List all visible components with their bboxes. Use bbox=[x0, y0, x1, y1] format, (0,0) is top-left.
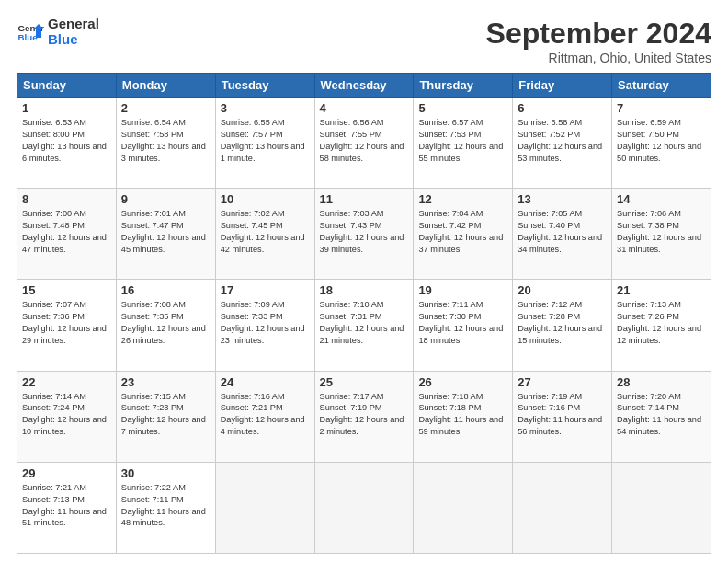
table-row: 23 Sunrise: 7:15 AM Sunset: 7:23 PM Dayl… bbox=[116, 371, 215, 462]
daylight-label: Daylight: 12 hours and 23 minutes. bbox=[221, 324, 305, 345]
day-info: Sunrise: 7:21 AM Sunset: 7:13 PM Dayligh… bbox=[22, 482, 111, 530]
day-info: Sunrise: 7:11 AM Sunset: 7:30 PM Dayligh… bbox=[418, 299, 507, 347]
day-info: Sunrise: 7:19 AM Sunset: 7:16 PM Dayligh… bbox=[518, 391, 607, 439]
daylight-label: Daylight: 11 hours and 59 minutes. bbox=[418, 415, 503, 436]
table-row: 24 Sunrise: 7:16 AM Sunset: 7:21 PM Dayl… bbox=[215, 371, 314, 462]
day-number: 7 bbox=[617, 101, 706, 115]
table-row: 8 Sunrise: 7:00 AM Sunset: 7:48 PM Dayli… bbox=[17, 189, 117, 280]
sunset-label: Sunset: 7:19 PM bbox=[320, 403, 382, 412]
sunset-label: Sunset: 7:23 PM bbox=[121, 403, 184, 412]
calendar-table: Sunday Monday Tuesday Wednesday Thursday… bbox=[17, 73, 711, 554]
logo-line1: General bbox=[48, 17, 99, 32]
table-row: 28 Sunrise: 7:20 AM Sunset: 7:14 PM Dayl… bbox=[612, 371, 711, 462]
daylight-label: Daylight: 12 hours and 21 minutes. bbox=[320, 324, 404, 345]
sunset-label: Sunset: 7:14 PM bbox=[617, 403, 679, 412]
table-row bbox=[612, 462, 711, 553]
svg-text:Blue: Blue bbox=[18, 32, 39, 42]
day-number: 14 bbox=[617, 192, 706, 206]
sunset-label: Sunset: 7:42 PM bbox=[418, 221, 481, 230]
sunset-label: Sunset: 7:52 PM bbox=[518, 130, 580, 139]
sunset-label: Sunset: 7:57 PM bbox=[221, 130, 283, 139]
calendar-header-row: Sunday Monday Tuesday Wednesday Thursday… bbox=[17, 74, 711, 98]
day-number: 5 bbox=[418, 101, 507, 115]
daylight-label: Daylight: 13 hours and 6 minutes. bbox=[22, 142, 107, 163]
sunrise-label: Sunrise: 6:54 AM bbox=[121, 118, 186, 127]
sunrise-label: Sunrise: 7:20 AM bbox=[617, 392, 681, 401]
day-info: Sunrise: 7:02 AM Sunset: 7:45 PM Dayligh… bbox=[221, 208, 310, 256]
table-row bbox=[513, 462, 612, 553]
header-wednesday: Wednesday bbox=[314, 74, 414, 98]
title-section: September 2024 Rittman, Ohio, United Sta… bbox=[486, 17, 711, 65]
daylight-label: Daylight: 12 hours and 39 minutes. bbox=[320, 233, 404, 254]
sunset-label: Sunset: 7:21 PM bbox=[221, 403, 283, 412]
sunrise-label: Sunrise: 6:59 AM bbox=[617, 118, 681, 127]
sunset-label: Sunset: 7:38 PM bbox=[617, 221, 679, 230]
sunrise-label: Sunrise: 7:14 AM bbox=[22, 392, 86, 401]
sunrise-label: Sunrise: 7:22 AM bbox=[121, 483, 186, 492]
table-row: 18 Sunrise: 7:10 AM Sunset: 7:31 PM Dayl… bbox=[314, 280, 414, 371]
sunset-label: Sunset: 7:18 PM bbox=[418, 403, 481, 412]
sunrise-label: Sunrise: 7:01 AM bbox=[121, 209, 186, 218]
sunset-label: Sunset: 8:00 PM bbox=[22, 130, 85, 139]
table-row: 3 Sunrise: 6:55 AM Sunset: 7:57 PM Dayli… bbox=[215, 98, 314, 189]
day-info: Sunrise: 7:03 AM Sunset: 7:43 PM Dayligh… bbox=[320, 208, 409, 256]
daylight-label: Daylight: 12 hours and 12 minutes. bbox=[617, 324, 701, 345]
table-row: 15 Sunrise: 7:07 AM Sunset: 7:36 PM Dayl… bbox=[17, 280, 117, 371]
day-info: Sunrise: 6:53 AM Sunset: 8:00 PM Dayligh… bbox=[22, 117, 111, 165]
daylight-label: Daylight: 12 hours and 26 minutes. bbox=[121, 324, 206, 345]
day-info: Sunrise: 7:06 AM Sunset: 7:38 PM Dayligh… bbox=[617, 208, 706, 256]
page-subtitle: Rittman, Ohio, United States bbox=[486, 51, 711, 65]
sunrise-label: Sunrise: 7:21 AM bbox=[22, 483, 86, 492]
calendar-week-2: 8 Sunrise: 7:00 AM Sunset: 7:48 PM Dayli… bbox=[17, 189, 711, 280]
daylight-label: Daylight: 12 hours and 2 minutes. bbox=[320, 415, 404, 436]
daylight-label: Daylight: 12 hours and 53 minutes. bbox=[518, 142, 602, 163]
logo: General Blue General Blue bbox=[17, 17, 99, 47]
table-row: 7 Sunrise: 6:59 AM Sunset: 7:50 PM Dayli… bbox=[612, 98, 711, 189]
page-title: September 2024 bbox=[486, 17, 711, 51]
table-row: 6 Sunrise: 6:58 AM Sunset: 7:52 PM Dayli… bbox=[513, 98, 612, 189]
day-number: 23 bbox=[121, 375, 210, 389]
sunset-label: Sunset: 7:28 PM bbox=[518, 312, 580, 321]
daylight-label: Daylight: 12 hours and 10 minutes. bbox=[22, 415, 107, 436]
sunrise-label: Sunrise: 7:15 AM bbox=[121, 392, 186, 401]
calendar-week-4: 22 Sunrise: 7:14 AM Sunset: 7:24 PM Dayl… bbox=[17, 371, 711, 462]
sunrise-label: Sunrise: 7:18 AM bbox=[418, 392, 483, 401]
day-number: 15 bbox=[22, 283, 111, 297]
daylight-label: Daylight: 11 hours and 51 minutes. bbox=[22, 507, 107, 528]
sunset-label: Sunset: 7:55 PM bbox=[320, 130, 382, 139]
day-info: Sunrise: 7:10 AM Sunset: 7:31 PM Dayligh… bbox=[320, 299, 409, 347]
sunset-label: Sunset: 7:45 PM bbox=[221, 221, 283, 230]
sunrise-label: Sunrise: 7:16 AM bbox=[221, 392, 285, 401]
daylight-label: Daylight: 11 hours and 48 minutes. bbox=[121, 507, 206, 528]
table-row: 21 Sunrise: 7:13 AM Sunset: 7:26 PM Dayl… bbox=[612, 280, 711, 371]
daylight-label: Daylight: 12 hours and 55 minutes. bbox=[418, 142, 503, 163]
daylight-label: Daylight: 12 hours and 47 minutes. bbox=[22, 233, 107, 254]
sunset-label: Sunset: 7:30 PM bbox=[418, 312, 481, 321]
daylight-label: Daylight: 11 hours and 54 minutes. bbox=[617, 415, 701, 436]
day-info: Sunrise: 7:15 AM Sunset: 7:23 PM Dayligh… bbox=[121, 391, 210, 439]
day-number: 17 bbox=[221, 283, 310, 297]
daylight-label: Daylight: 12 hours and 45 minutes. bbox=[121, 233, 206, 254]
sunrise-label: Sunrise: 7:09 AM bbox=[221, 300, 285, 309]
day-info: Sunrise: 7:04 AM Sunset: 7:42 PM Dayligh… bbox=[418, 208, 507, 256]
table-row: 16 Sunrise: 7:08 AM Sunset: 7:35 PM Dayl… bbox=[116, 280, 215, 371]
day-number: 18 bbox=[320, 283, 409, 297]
sunset-label: Sunset: 7:48 PM bbox=[22, 221, 85, 230]
calendar-week-1: 1 Sunrise: 6:53 AM Sunset: 8:00 PM Dayli… bbox=[17, 98, 711, 189]
sunrise-label: Sunrise: 7:13 AM bbox=[617, 300, 681, 309]
sunrise-label: Sunrise: 6:58 AM bbox=[518, 118, 582, 127]
sunrise-label: Sunrise: 6:57 AM bbox=[418, 118, 483, 127]
daylight-label: Daylight: 12 hours and 42 minutes. bbox=[221, 233, 305, 254]
day-info: Sunrise: 6:59 AM Sunset: 7:50 PM Dayligh… bbox=[617, 117, 706, 165]
daylight-label: Daylight: 12 hours and 31 minutes. bbox=[617, 233, 701, 254]
day-info: Sunrise: 7:14 AM Sunset: 7:24 PM Dayligh… bbox=[22, 391, 111, 439]
day-info: Sunrise: 7:22 AM Sunset: 7:11 PM Dayligh… bbox=[121, 482, 210, 530]
daylight-label: Daylight: 12 hours and 37 minutes. bbox=[418, 233, 503, 254]
day-number: 20 bbox=[518, 283, 607, 297]
table-row: 11 Sunrise: 7:03 AM Sunset: 7:43 PM Dayl… bbox=[314, 189, 414, 280]
day-number: 30 bbox=[121, 466, 210, 480]
table-row: 9 Sunrise: 7:01 AM Sunset: 7:47 PM Dayli… bbox=[116, 189, 215, 280]
day-number: 16 bbox=[121, 283, 210, 297]
table-row: 17 Sunrise: 7:09 AM Sunset: 7:33 PM Dayl… bbox=[215, 280, 314, 371]
day-number: 26 bbox=[418, 375, 507, 389]
